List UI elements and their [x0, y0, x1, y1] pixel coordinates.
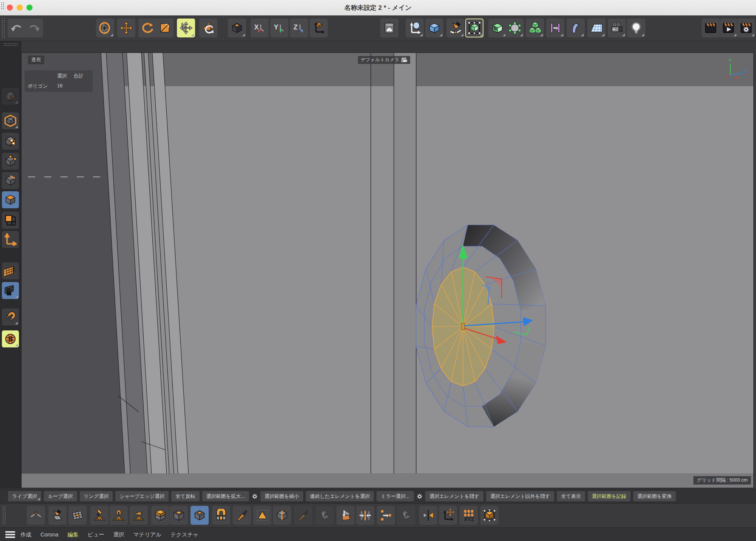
camera-label[interactable]: デフォルトカメラ	[358, 56, 410, 64]
menu-texture[interactable]: テクスチャ	[170, 531, 198, 538]
simulate-rotate-tool[interactable]	[199, 19, 217, 37]
render-view-button[interactable]	[380, 19, 398, 37]
invert-all-command[interactable]: 全て反転	[171, 491, 199, 501]
make-editable-button[interactable]	[2, 88, 19, 105]
line-cut-tool[interactable]	[294, 506, 312, 525]
polygon-count-value: 16	[57, 83, 74, 90]
bend-deformer-button[interactable]	[567, 19, 585, 37]
mirror-tool[interactable]	[419, 506, 437, 525]
ring-selection-command[interactable]: リング選択	[80, 491, 113, 501]
magnet-mesh-tool[interactable]	[110, 506, 128, 525]
cloner-button[interactable]	[526, 19, 544, 37]
generator-button[interactable]	[488, 19, 507, 37]
lock-workplane-button[interactable]	[2, 282, 19, 299]
view-label[interactable]: 透視	[28, 56, 44, 64]
menu-select[interactable]: 選択	[113, 531, 124, 538]
bridge-connect-tool[interactable]	[397, 506, 415, 525]
iron-tool[interactable]	[130, 506, 148, 525]
polygon-mode-button[interactable]	[2, 191, 19, 208]
spline-pen-button[interactable]	[446, 19, 465, 37]
render-settings-button[interactable]	[737, 19, 755, 37]
polygon-pen-tool[interactable]	[48, 506, 67, 525]
edge-cut-tool[interactable]	[273, 506, 291, 525]
z-axis-lock-button[interactable]: Z	[290, 19, 308, 37]
menu-bview[interactable]: ビュー	[88, 531, 104, 538]
grow-selection-command-options-gear-icon[interactable]	[252, 493, 258, 499]
scale-tool[interactable]	[156, 19, 174, 37]
coordinate-system-button[interactable]	[228, 19, 246, 37]
camera-button[interactable]	[608, 19, 626, 37]
move-tool[interactable]	[117, 19, 135, 37]
model-mode-button[interactable]	[2, 112, 19, 129]
cage-deform-tool[interactable]	[480, 506, 499, 525]
menubar-grip[interactable]	[1, 2, 4, 10]
axmove-icon	[442, 509, 454, 522]
knife-tool[interactable]	[233, 506, 251, 525]
workplane-mode-button[interactable]	[2, 262, 19, 279]
loop-selection-command[interactable]: ループ選択	[44, 491, 77, 501]
render-picture-viewer-button[interactable]	[719, 19, 737, 37]
top-toolbar: XYZ	[0, 16, 756, 41]
bridge-arch-tool[interactable]	[212, 506, 230, 525]
toolbar-grip[interactable]	[2, 18, 6, 38]
menu-material[interactable]: マテリアル	[133, 531, 161, 538]
quantize-xyz-tool[interactable]: XYZ	[460, 506, 478, 525]
shrink-selection-command[interactable]: 選択範囲を縮小	[260, 491, 303, 501]
select-connected-command[interactable]: 連続したエレメントを選択	[306, 491, 374, 501]
undo-button[interactable]	[8, 19, 26, 37]
y-axis-lock-button[interactable]: Y	[270, 19, 288, 37]
active-move-tool[interactable]	[177, 19, 195, 37]
convert-selection-command[interactable]: 選択範囲を変換	[633, 491, 676, 501]
brush-tool[interactable]	[90, 506, 108, 525]
bottom-toolbar-grip[interactable]	[2, 506, 6, 525]
uv-mode-button[interactable]	[2, 212, 19, 229]
snap-button[interactable]	[2, 308, 19, 326]
triangulate-tool[interactable]	[253, 506, 271, 525]
record-selection-command[interactable]: 選択範囲を記録	[588, 491, 631, 501]
extrude-inner-tool[interactable]	[170, 506, 188, 525]
polygon-row-label: ポリゴン	[28, 83, 57, 90]
mirror-selection-command-options-gear-icon[interactable]	[417, 493, 423, 499]
viewport-canvas[interactable]: 透視 選択 合計 ポリゴン 16 デフォルトカメラ Y Z X	[22, 53, 753, 488]
symmetry-button[interactable]	[546, 19, 564, 37]
axis-transform-tool[interactable]	[439, 506, 457, 525]
live-selection-tool[interactable]	[96, 19, 114, 37]
dissolve-tool[interactable]	[316, 506, 334, 525]
floor-button[interactable]	[587, 19, 606, 37]
matrix-extrude-tool[interactable]	[191, 506, 209, 525]
light-button[interactable]	[627, 19, 645, 37]
render-editor-button[interactable]	[702, 19, 720, 37]
redo-button[interactable]	[25, 19, 43, 37]
edge-mode-button[interactable]	[2, 172, 19, 189]
point-mode-button[interactable]	[2, 153, 19, 170]
axis-mode-button[interactable]	[2, 231, 19, 248]
subdivision-surface-button[interactable]	[465, 19, 483, 37]
primitive-cube-button[interactable]	[425, 19, 443, 37]
weld-tool[interactable]	[336, 506, 355, 525]
edgecube-icon	[4, 174, 17, 187]
mirror-selection-command[interactable]: ミラー選択...	[376, 491, 414, 501]
sharp-edge-selection-command[interactable]: シャープエッジ選択	[115, 491, 169, 501]
hide-selected-command[interactable]: 選択エレメントを隠す	[425, 491, 483, 501]
workplane-button[interactable]	[406, 19, 424, 37]
menu-create[interactable]: 作成	[20, 531, 31, 538]
quantize-snap-button[interactable]: S	[2, 330, 19, 347]
show-all-command[interactable]: 全て表示	[557, 491, 585, 501]
texture-mode-button[interactable]	[2, 133, 19, 150]
live-selection-command[interactable]: ライブ選択	[8, 491, 41, 501]
world-axis-button[interactable]	[310, 19, 328, 37]
x-axis-lock-button[interactable]: X	[251, 19, 269, 37]
create-point-tool[interactable]	[27, 506, 45, 525]
bottom-menu-icon[interactable]	[5, 531, 15, 538]
menu-edit[interactable]: 編集	[68, 531, 79, 538]
stitch-sew-tool[interactable]	[356, 506, 374, 525]
extrude-tool[interactable]	[151, 506, 169, 525]
hide-unselected-command[interactable]: 選択エレメント以外を隠す	[486, 491, 554, 501]
menu-corona[interactable]: Corona	[40, 532, 59, 538]
volume-builder-button[interactable]	[506, 19, 524, 37]
rotate-tool[interactable]	[138, 19, 156, 37]
tessellate-tool[interactable]	[68, 506, 87, 525]
sidebar-grip[interactable]	[3, 43, 18, 46]
set-point-value-tool[interactable]	[377, 506, 395, 525]
grow-selection-command[interactable]: 選択範囲を拡大...	[202, 491, 249, 501]
